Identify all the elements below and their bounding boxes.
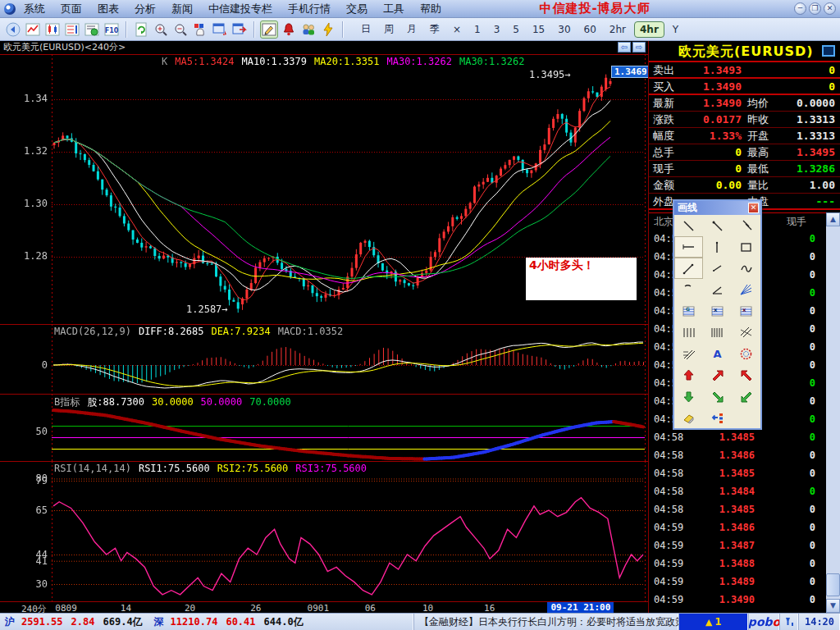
arrow-se-icon[interactable] xyxy=(703,386,732,407)
close-button[interactable]: ✕ xyxy=(824,2,836,15)
indicator-label: DIFF:8.2685 xyxy=(139,326,203,337)
gann-fan-icon[interactable] xyxy=(732,279,760,300)
period-1[interactable]: 1 xyxy=(469,22,486,37)
palette-close-icon[interactable]: ✕ xyxy=(748,203,759,213)
menu-分析[interactable]: 分析 xyxy=(133,1,158,17)
restore-button[interactable]: ❐ xyxy=(809,2,821,15)
menu-图表[interactable]: 图表 xyxy=(96,1,121,17)
scroll-thumb[interactable] xyxy=(826,573,840,596)
tick-row: 04:591.34890 xyxy=(649,573,827,591)
segment-line-icon[interactable] xyxy=(674,258,703,279)
rsi-canvas[interactable] xyxy=(0,461,648,601)
tick-scrollbar[interactable]: ▲ ▼ xyxy=(826,212,840,613)
line-chart-icon[interactable] xyxy=(24,21,42,39)
period-2hr[interactable]: 2hr xyxy=(605,22,631,37)
tick-volume: 0 xyxy=(810,249,815,266)
chart-next-icon[interactable]: ⇨ xyxy=(632,42,646,52)
indicator-label: RSI3:75.5600 xyxy=(295,463,367,474)
period-季[interactable]: 季 xyxy=(425,21,445,38)
channel-lines-icon[interactable] xyxy=(674,343,703,364)
indicator-label: DEA:7.9234 xyxy=(211,326,270,337)
draw-tool-icon[interactable] xyxy=(260,21,278,39)
macd-values-line: MACD(26,12,9)DIFF:8.2685DEA:7.9234MACD:1… xyxy=(54,326,350,337)
arrow-up-icon[interactable] xyxy=(674,364,703,386)
time-lines-icon[interactable] xyxy=(674,322,703,343)
drag-hand-icon[interactable] xyxy=(191,21,209,39)
arrow-down-icon[interactable] xyxy=(674,386,703,407)
menu-帮助[interactable]: 帮助 xyxy=(418,1,443,17)
community-icon[interactable] xyxy=(299,21,317,39)
fibonacci-lines-icon[interactable]: x xyxy=(732,300,760,322)
alarm-icon[interactable] xyxy=(280,21,298,39)
arc-line-icon[interactable] xyxy=(674,279,703,300)
wave-line-icon[interactable] xyxy=(732,258,760,279)
period-×[interactable]: × xyxy=(448,22,466,37)
price-tick-label: 1.32 xyxy=(2,145,48,157)
angle-line-icon[interactable] xyxy=(703,279,732,300)
period-5[interactable]: 5 xyxy=(508,22,524,37)
minimize-button[interactable]: ─ xyxy=(794,2,806,15)
cycle-lines-icon[interactable] xyxy=(703,322,732,343)
scroll-down-icon[interactable]: ▼ xyxy=(826,599,840,613)
period-月[interactable]: 月 xyxy=(402,21,422,38)
quote-list-icon[interactable] xyxy=(63,21,81,39)
period-60[interactable]: 60 xyxy=(579,22,601,37)
scroll-up-icon[interactable]: ▲ xyxy=(826,212,840,226)
period-Y[interactable]: Y xyxy=(668,22,683,37)
chart-prev-icon[interactable]: ⇦ xyxy=(618,42,631,52)
rsi-panel[interactable] xyxy=(0,461,648,601)
period-15[interactable]: 15 xyxy=(527,22,550,37)
low-price-label: 1.2587→ xyxy=(186,304,228,315)
back-icon[interactable] xyxy=(4,21,22,39)
menu-交易[interactable]: 交易 xyxy=(345,1,369,17)
slant-hatch-icon[interactable] xyxy=(732,322,760,343)
period-日[interactable]: 日 xyxy=(356,21,376,38)
vertical-line-icon[interactable] xyxy=(703,236,732,258)
tick-price: 1.3490 xyxy=(719,591,755,609)
tick-volume: 0 xyxy=(810,537,815,555)
draw-palette[interactable]: 画线 ✕ GxxA xyxy=(673,199,762,430)
horizontal-line-icon[interactable] xyxy=(674,236,703,258)
news-list-icon[interactable] xyxy=(83,21,101,39)
gann-grid-icon[interactable]: G xyxy=(674,300,703,322)
window-switch-icon[interactable] xyxy=(231,21,249,39)
rectangle-tool-icon[interactable] xyxy=(732,236,760,258)
trend-line-icon[interactable] xyxy=(674,215,703,236)
draw-palette-titlebar[interactable]: 画线 ✕ xyxy=(674,201,760,215)
menu-工具[interactable]: 工具 xyxy=(381,1,406,17)
arrow-nw-icon[interactable] xyxy=(732,364,760,386)
short-line-icon[interactable] xyxy=(703,258,732,279)
f10-icon[interactable]: F10 xyxy=(103,21,121,39)
ray-line-icon[interactable] xyxy=(703,215,732,236)
text-tool-icon[interactable]: A xyxy=(703,343,732,364)
percent-lines-icon[interactable]: x xyxy=(703,300,732,322)
menu-中信建投专栏[interactable]: 中信建投专栏 xyxy=(207,1,274,17)
exit-tool-icon[interactable] xyxy=(703,407,732,428)
candle-chart-icon[interactable] xyxy=(43,21,62,39)
chart-header: 欧元美元(EURUSD)<240分> ⇦ ⇨ xyxy=(0,41,648,54)
menu-系统[interactable]: 系统 xyxy=(22,1,47,17)
zoom-in-icon[interactable] xyxy=(152,21,170,39)
tick-volume: 0 xyxy=(810,501,815,518)
parallel-lines-icon[interactable] xyxy=(732,215,760,236)
tick-time: 04:59 xyxy=(654,573,683,591)
alert-badge[interactable]: ▲ 1 xyxy=(679,614,749,630)
arrow-sw-icon[interactable] xyxy=(732,386,760,407)
restore-window-icon[interactable] xyxy=(822,45,835,57)
quick-flash-icon[interactable] xyxy=(319,21,337,39)
period-3[interactable]: 3 xyxy=(489,22,505,37)
period-30[interactable]: 30 xyxy=(553,22,575,37)
window-forward-icon[interactable] xyxy=(211,21,229,39)
eraser-tool-icon[interactable] xyxy=(674,407,703,428)
cycle-circle-icon[interactable] xyxy=(732,343,760,364)
arrow-ne-icon[interactable] xyxy=(703,364,732,386)
menu-新闻[interactable]: 新闻 xyxy=(170,1,194,17)
menu-页面[interactable]: 页面 xyxy=(59,1,84,17)
quote-label: 买入 xyxy=(653,79,674,94)
news-ticker[interactable]: 【金融财经】日本央行行长白川方明：必要时将适当放宽政策... xyxy=(414,614,679,630)
menu-手机行情[interactable]: 手机行情 xyxy=(286,1,332,17)
period-周[interactable]: 周 xyxy=(379,21,399,38)
period-4hr[interactable]: 4hr xyxy=(634,21,664,38)
zoom-out-icon[interactable] xyxy=(171,21,189,39)
refresh-icon[interactable] xyxy=(132,21,150,39)
